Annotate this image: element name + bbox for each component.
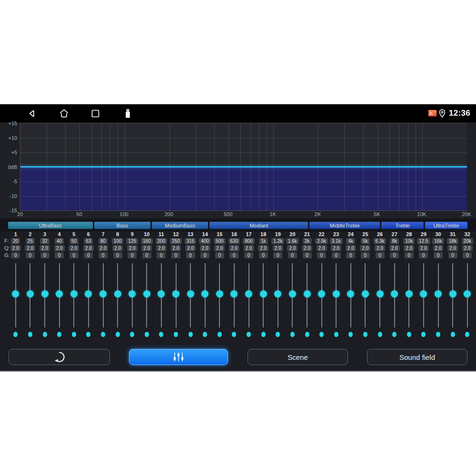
gain-slider[interactable] [446,260,460,331]
gain-value-cell: 0 [125,252,139,258]
gain-slider[interactable] [460,260,475,331]
reset-button[interactable] [9,349,110,365]
slider-knob[interactable] [347,290,354,298]
gain-slider[interactable] [110,260,125,331]
channel-indicator-dot [290,332,295,337]
slider-knob[interactable] [129,290,136,298]
channel-number: 6 [81,231,96,237]
slider-knob[interactable] [187,290,194,298]
scene-button-label: Scene [288,353,308,361]
gain-slider[interactable] [125,260,139,331]
slider-knob[interactable] [201,290,208,298]
band-segment-mediant[interactable]: Mediant [209,222,308,229]
slider-knob[interactable] [449,290,456,298]
channel-indicator-dot [145,332,149,337]
slider-knob[interactable] [27,290,34,298]
channel-indicator-dot [72,332,76,337]
gain-slider[interactable] [242,260,256,331]
gain-slider[interactable] [96,260,110,331]
slider-knob[interactable] [464,290,471,298]
gain-slider[interactable] [373,260,387,331]
gain-slider[interactable] [344,260,358,331]
band-segment-bass[interactable]: Bass [94,222,150,229]
slider-knob[interactable] [260,290,267,298]
band-segment-ultratreble[interactable]: UltraTreble [425,222,467,229]
gain-slider[interactable] [169,260,183,331]
slider-knob[interactable] [420,290,427,298]
band-segment-ultrabass[interactable]: UltraBass [8,222,93,229]
gain-slider[interactable] [38,260,52,331]
gain-slider[interactable] [227,260,241,331]
slider-knob[interactable] [70,290,78,298]
gain-slider[interactable] [329,260,343,331]
gain-slider[interactable] [67,260,81,331]
slider-knob[interactable] [333,290,340,298]
slider-knob[interactable] [216,290,223,298]
band-segment-middletreble[interactable]: MiddleTreble [309,222,380,229]
band-segment-treble[interactable]: Treble [381,222,424,229]
gain-value-cell: 0 [38,252,52,258]
slider-knob[interactable] [406,290,413,298]
slider-knob[interactable] [391,290,398,298]
slider-knob[interactable] [12,290,19,298]
q-value-cell: 2.0 [242,245,256,251]
slider-knob[interactable] [56,290,63,298]
scene-button[interactable]: Scene [248,349,348,365]
channel-number: 24 [344,231,358,237]
freq-value-box: 1k [259,238,268,244]
gain-slider[interactable] [52,260,67,331]
slider-knob[interactable] [304,290,311,298]
slider-knob[interactable] [99,290,107,298]
freq-value-box: 630 [228,238,240,244]
recents-button[interactable] [89,104,101,122]
gain-slider[interactable] [315,260,329,331]
slider-knob[interactable] [172,290,179,298]
gain-slider[interactable] [416,260,431,331]
band-segment-mediumbass[interactable]: MediumBass [152,222,208,229]
home-button[interactable] [58,104,69,122]
gain-slider[interactable] [358,260,372,331]
gain-slider[interactable] [212,260,227,331]
gain-value-box: 0 [376,252,385,258]
slider-knob[interactable] [230,290,238,298]
gain-slider[interactable] [154,260,169,331]
equalizer-button[interactable] [129,349,228,365]
slider-knob[interactable] [114,290,121,298]
gain-value-cell: 0 [242,252,256,258]
slider-knob[interactable] [158,290,165,298]
eq-channel-28: 2810k2.00 [402,231,416,338]
slider-knob[interactable] [362,290,369,298]
channel-indicator-dot [232,332,236,337]
slider-knob[interactable] [289,290,296,298]
gain-slider[interactable] [431,260,446,331]
gain-slider[interactable] [256,260,270,331]
channel-number: 26 [373,231,387,237]
gain-slider[interactable] [23,260,37,331]
freq-value-cell: 500 [212,238,227,244]
gain-value-cell: 0 [315,252,329,258]
freq-value-box: 800 [243,238,255,244]
q-value-cell: 2.0 [212,245,227,251]
slider-knob[interactable] [274,290,281,298]
slider-knob[interactable] [143,290,150,298]
slider-knob[interactable] [318,290,325,298]
gain-slider[interactable] [81,260,96,331]
gain-value-box: 0 [332,252,341,258]
back-button[interactable] [26,104,37,122]
gain-slider[interactable] [198,260,212,331]
slider-knob[interactable] [245,290,252,298]
gain-slider[interactable] [300,260,314,331]
slider-knob[interactable] [41,290,49,298]
gain-slider[interactable] [139,260,154,331]
slider-knob[interactable] [85,290,92,298]
gain-slider[interactable] [387,260,402,331]
gain-slider[interactable] [285,260,299,331]
slider-knob[interactable] [435,290,442,298]
freq-value-box: 63 [84,238,93,244]
sound-field-button[interactable]: Sound field [367,349,467,365]
slider-knob[interactable] [377,290,384,298]
gain-slider[interactable] [271,260,285,331]
gain-slider[interactable] [183,260,198,331]
gain-slider[interactable] [402,260,416,331]
gain-slider[interactable] [9,260,23,331]
